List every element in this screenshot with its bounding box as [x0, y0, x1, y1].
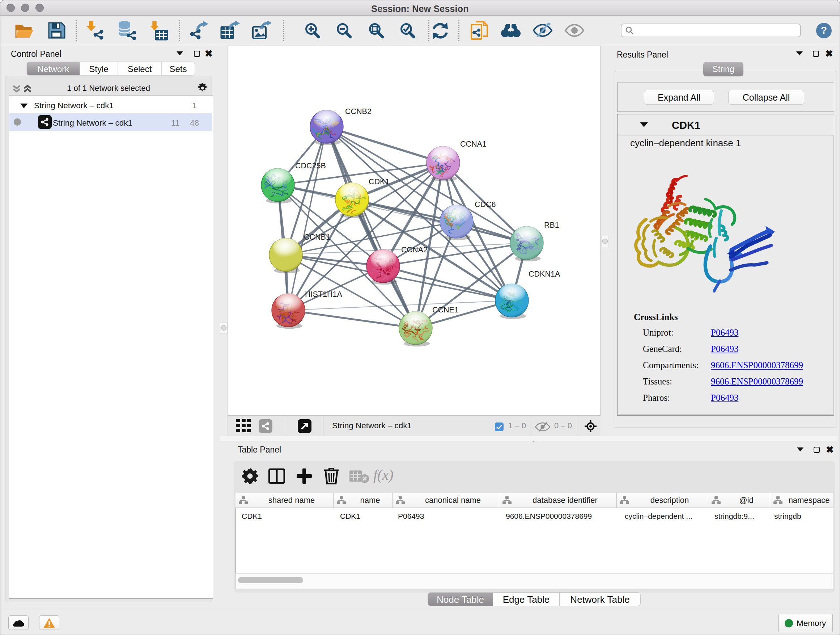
svg-text:CDC25B: CDC25B — [295, 162, 326, 170]
svg-text:CCNB1: CCNB1 — [304, 233, 330, 241]
svg-text:CCNA1: CCNA1 — [460, 140, 486, 149]
svg-text:CDKN1A: CDKN1A — [529, 270, 561, 279]
svg-text:HIST1H1A: HIST1H1A — [305, 290, 342, 299]
svg-text:CCNB2: CCNB2 — [345, 107, 371, 116]
svg-text:CCNE1: CCNE1 — [432, 306, 459, 314]
svg-text:RB1: RB1 — [544, 221, 559, 230]
svg-text:CDK1: CDK1 — [369, 177, 389, 186]
svg-text:CCNA2: CCNA2 — [401, 245, 428, 254]
svg-text:CDC6: CDC6 — [475, 200, 496, 209]
